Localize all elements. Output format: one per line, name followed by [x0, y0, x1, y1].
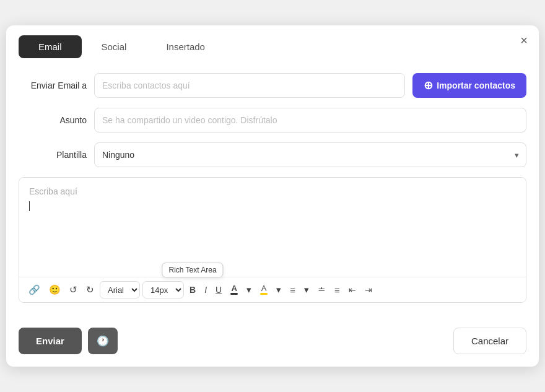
tab-email[interactable]: Email [19, 35, 82, 58]
template-select-wrap: Ninguno ▾ [94, 142, 526, 167]
align-icon: ≡ [290, 285, 295, 295]
email-to-row: Enviar Email a ⊕ Importar contactos [19, 73, 526, 98]
subject-row: Asunto [19, 108, 526, 133]
align-button[interactable]: ≡ [287, 282, 299, 298]
email-modal: Email Social Insertado × Enviar Email a … [6, 25, 539, 367]
subject-label: Asunto [19, 115, 87, 125]
template-row: Plantilla Ninguno ▾ [19, 142, 526, 167]
chevron-down-icon3: ▾ [304, 284, 309, 295]
outdent-button[interactable]: ⇤ [346, 282, 359, 297]
font-size-select[interactable]: 14px [142, 281, 184, 298]
highlight-dropdown[interactable]: ▾ [273, 282, 284, 298]
highlight-icon: A [261, 284, 267, 292]
link-button[interactable]: 🔗 [25, 282, 43, 298]
undo-button[interactable]: ↺ [66, 282, 81, 298]
send-button[interactable]: Enviar [19, 328, 82, 354]
unordered-list-button[interactable]: ≡ [331, 282, 343, 298]
unordered-list-icon: ≡ [334, 285, 340, 295]
editor-area: Escriba aquí 🔗 🙂 ↺ ↻ Arial 14px [19, 177, 526, 303]
tab-insertado[interactable]: Insertado [146, 35, 225, 58]
bold-button[interactable]: B [186, 282, 199, 297]
template-select[interactable]: Ninguno [94, 142, 526, 167]
editor-placeholder: Escriba aquí [29, 186, 516, 196]
underline-button[interactable]: U [212, 282, 225, 297]
modal-body: Enviar Email a ⊕ Importar contactos Asun… [6, 58, 539, 323]
tab-social[interactable]: Social [82, 35, 147, 58]
align-dropdown[interactable]: ▾ [301, 282, 312, 298]
modal-footer: Enviar 🕐 Cancelar [6, 323, 539, 367]
clock-icon: 🕐 [97, 335, 109, 347]
rich-text-area-wrapper: Rich Text Area B [186, 282, 199, 297]
ordered-list-icon: ≐ [318, 284, 326, 295]
redo-button[interactable]: ↻ [83, 282, 97, 298]
chevron-down-icon: ▾ [246, 284, 251, 295]
email-to-label: Enviar Email a [19, 81, 87, 90]
import-contacts-button[interactable]: ⊕ Importar contactos [412, 73, 526, 98]
text-color-button[interactable]: A [227, 282, 241, 298]
font-select[interactable]: Arial [100, 281, 140, 298]
template-label: Plantilla [19, 150, 87, 160]
close-button[interactable]: × [520, 34, 528, 46]
cancel-button[interactable]: Cancelar [453, 328, 526, 354]
indent-button[interactable]: ⇥ [362, 282, 375, 297]
schedule-button[interactable]: 🕐 [88, 328, 118, 354]
indent-icon: ⇥ [365, 285, 372, 295]
email-to-input[interactable] [94, 73, 405, 98]
subject-input[interactable] [94, 108, 526, 133]
footer-left: Enviar 🕐 [19, 328, 118, 354]
modal-header: Email Social Insertado × [6, 25, 539, 58]
emoji-button[interactable]: 🙂 [46, 282, 64, 298]
editor-cursor [29, 201, 30, 211]
highlight-color-button[interactable]: A [257, 282, 271, 298]
outdent-icon: ⇤ [349, 285, 356, 295]
highlight-color-indicator [260, 293, 268, 295]
text-color-a-icon: A [231, 284, 237, 292]
ordered-list-button[interactable]: ≐ [315, 282, 329, 298]
editor-content[interactable]: Escriba aquí [19, 178, 526, 277]
chevron-down-icon2: ▾ [276, 284, 281, 295]
import-plus-icon: ⊕ [424, 79, 433, 92]
italic-button[interactable]: I [201, 282, 210, 297]
import-btn-label: Importar contactos [437, 81, 515, 90]
editor-toolbar: 🔗 🙂 ↺ ↻ Arial 14px Rich Text Area B [19, 277, 526, 302]
text-color-dropdown[interactable]: ▾ [243, 282, 255, 298]
text-color-indicator [230, 293, 238, 295]
